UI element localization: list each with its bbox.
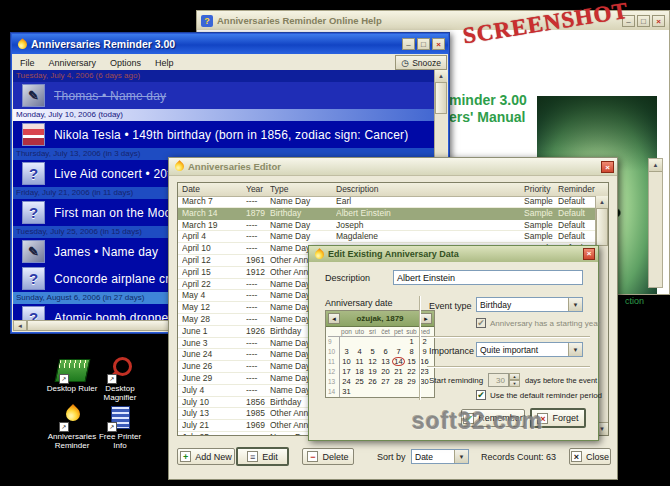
dialog-titlebar[interactable]: Edit Existing Anniversary Data × (309, 246, 598, 262)
table-row[interactable]: March 19----Name DayJosephSampleDefault (178, 220, 596, 232)
column-header[interactable]: Priority (524, 184, 558, 195)
cell: Name Day (270, 220, 334, 231)
calendar-day[interactable]: 1 (405, 337, 418, 347)
anniversary-item[interactable]: ✎Thomas • Name day (13, 82, 447, 109)
calendar-day[interactable]: 24 (340, 377, 353, 387)
day-of-week: pet (392, 327, 405, 336)
description-input[interactable]: Albert Einstein (393, 270, 583, 285)
close-icon[interactable]: × (601, 161, 614, 173)
question-icon: ? (22, 267, 45, 290)
default-period-checkbox[interactable]: ✔ (476, 390, 486, 400)
chevron-down-icon[interactable]: ▼ (454, 450, 468, 463)
cell: June 1 (182, 326, 242, 337)
week-number: 9 (328, 337, 340, 347)
sort-combobox[interactable]: Date ▼ (411, 449, 469, 464)
calendar-day[interactable]: 26 (366, 377, 379, 387)
spin-up-icon[interactable]: ▲ (509, 373, 520, 380)
minimize-button[interactable]: – (402, 38, 415, 50)
scroll-up-icon[interactable]: ▲ (649, 159, 662, 172)
main-titlebar[interactable]: Anniversaries Reminder 3.00 – □ × (12, 34, 448, 54)
menu-help[interactable]: Help (148, 58, 181, 68)
calendar-next-icon[interactable]: ► (420, 313, 432, 324)
importance-combobox[interactable]: Quite important ▼ (476, 342, 583, 357)
calendar-day[interactable]: 12 (366, 357, 379, 367)
table-row[interactable]: March 141879BirthdayAlbert EinsteinSampl… (178, 208, 596, 220)
maximize-button[interactable]: □ (417, 38, 430, 50)
calendar-month: ožujak, 1879 (326, 314, 434, 323)
column-header[interactable]: Description (336, 184, 522, 195)
close-icon[interactable]: × (432, 38, 445, 50)
help-link-fragment[interactable]: ction (625, 296, 644, 306)
selected-day[interactable]: 14 (392, 357, 404, 366)
spin-down-icon[interactable]: ▼ (509, 380, 520, 387)
calendar-day[interactable]: 18 (353, 367, 366, 377)
column-header[interactable]: Reminder (558, 184, 598, 195)
scroll-thumb[interactable] (435, 82, 447, 114)
delete-button[interactable]: − Delete (302, 448, 354, 465)
table-row[interactable]: April 4----Name DayMagdaleneSampleDefaul… (178, 231, 596, 243)
calendar-day[interactable]: 21 (392, 367, 405, 377)
days-spinner[interactable]: 30 (488, 373, 509, 387)
calendar-day[interactable]: 7 (392, 347, 405, 357)
calendar-day[interactable]: 5 (366, 347, 379, 357)
calendar-day[interactable]: 29 (405, 377, 418, 387)
calendar-day[interactable]: 27 (379, 377, 392, 387)
desktop-shortcut[interactable]: ↗Free Printer Info (92, 404, 148, 450)
calendar-day[interactable]: 8 (405, 347, 418, 357)
calendar-day (340, 337, 353, 347)
cell: ---- (246, 314, 269, 325)
day-of-week: uto (353, 327, 366, 336)
divider (427, 366, 590, 367)
calendar-day[interactable]: 31 (340, 387, 353, 397)
button-label: Delete (322, 452, 348, 462)
desktop-shortcut[interactable]: ↗Desktop Magnifier (92, 356, 148, 402)
calendar-day[interactable]: 11 (353, 357, 366, 367)
flame-icon: ↗ (57, 404, 87, 430)
calendar-week-row: 1217181920212223 (328, 367, 432, 377)
calendar-day[interactable]: 25 (353, 377, 366, 387)
calendar-header: ◄ ožujak, 1879 ► (326, 311, 434, 327)
calendar-day[interactable]: 19 (366, 367, 379, 377)
calendar-day[interactable]: 17 (340, 367, 353, 377)
table-row[interactable]: March 7----Name DayEarlSampleDefault (178, 196, 596, 208)
calendar-day[interactable]: 13 (379, 357, 392, 367)
close-button[interactable]: × Close (569, 448, 611, 465)
calendar-day[interactable]: 4 (353, 347, 366, 357)
chevron-down-icon[interactable]: ▼ (568, 298, 582, 311)
scroll-thumb[interactable] (596, 208, 608, 246)
calendar-day (366, 337, 379, 347)
add-new-button[interactable]: + Add New (177, 448, 235, 465)
shortcut-arrow-icon: ↗ (59, 422, 69, 432)
calendar-day (366, 387, 379, 397)
menu-anniversary[interactable]: Anniversary (42, 58, 104, 68)
chevron-down-icon[interactable]: ▼ (568, 343, 582, 356)
item-text: Thomas • Name day (54, 89, 166, 103)
event-type-combobox[interactable]: Birthday ▼ (476, 297, 583, 312)
anniversary-item[interactable]: Nikola Tesla • 149th birthday (born in 1… (13, 121, 447, 148)
help-scrollbar[interactable]: ▲ (648, 158, 663, 288)
app-flame-icon (313, 248, 326, 261)
calendar-day[interactable]: 6 (379, 347, 392, 357)
week-number: 13 (328, 377, 340, 387)
edit-icon: ≡ (247, 451, 258, 462)
close-icon[interactable]: × (583, 248, 595, 260)
spinner-buttons[interactable]: ▲ ▼ (509, 373, 520, 387)
edit-button[interactable]: ≡ Edit (236, 447, 289, 466)
scroll-left-icon[interactable]: ◄ (13, 320, 27, 331)
calendar-day[interactable]: 14 (392, 357, 405, 367)
calendar-day[interactable]: 28 (392, 377, 405, 387)
editor-titlebar[interactable]: Anniversaries Editor × (169, 158, 617, 176)
snooze-button[interactable]: ◷ Snooze (395, 55, 447, 70)
menu-file[interactable]: File (13, 58, 42, 68)
column-header[interactable]: Year (246, 184, 269, 195)
calendar-day[interactable]: 3 (340, 347, 353, 357)
calendar-day[interactable]: 15 (405, 357, 418, 367)
item-text: James • Name day (54, 245, 158, 259)
column-header[interactable]: Type (270, 184, 334, 195)
starting-year-checkbox[interactable]: ✔ (476, 318, 486, 328)
column-header[interactable]: Date (182, 184, 242, 195)
calendar-day[interactable]: 22 (405, 367, 418, 377)
menu-options[interactable]: Options (103, 58, 148, 68)
calendar-day[interactable]: 10 (340, 357, 353, 367)
calendar-day[interactable]: 20 (379, 367, 392, 377)
